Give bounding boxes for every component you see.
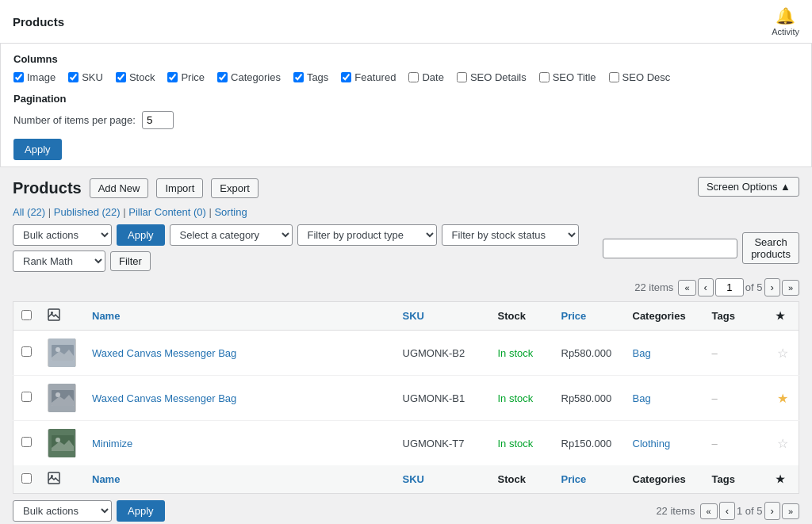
th-sku[interactable]: SKU xyxy=(395,302,490,331)
product-type-select[interactable]: Filter by product type xyxy=(297,224,437,246)
row-name-cell: Waxed Canvas Messenger Bag xyxy=(84,376,395,421)
bottom-last-page-button[interactable]: » xyxy=(782,503,799,519)
filter-button[interactable]: Filter xyxy=(110,251,151,271)
sublinks: All (22) | Published (22) | Pillar Conte… xyxy=(13,206,799,218)
row-tags-cell: – xyxy=(704,421,768,466)
row-checkbox[interactable] xyxy=(21,437,32,447)
col-featured-label: Featured xyxy=(354,71,396,83)
featured-star-empty[interactable]: ☆ xyxy=(777,437,788,450)
export-button[interactable]: Export xyxy=(211,178,259,198)
stock-status-select[interactable]: Filter by stock status xyxy=(442,224,579,246)
col-seo-desc-checkbox[interactable] xyxy=(609,72,619,82)
col-image-checkbox[interactable] xyxy=(13,72,24,82)
row-price-cell: Rp150.000 xyxy=(553,421,625,466)
bottom-bulk-actions-select[interactable]: Bulk actions xyxy=(13,500,112,522)
all-link[interactable]: All (22) xyxy=(13,206,45,218)
row-featured-cell: ☆ xyxy=(768,331,799,376)
col-sku-checkbox[interactable] xyxy=(68,72,79,82)
add-new-button[interactable]: Add New xyxy=(90,178,149,198)
col-categories-check[interactable]: Categories xyxy=(217,71,281,83)
col-seo-title-checkbox[interactable] xyxy=(539,72,550,82)
featured-star-filled[interactable]: ★ xyxy=(777,392,788,405)
col-tags-checkbox[interactable] xyxy=(293,72,304,82)
bottom-prev-page-button[interactable]: ‹ xyxy=(719,502,735,520)
th-stock: Stock xyxy=(490,302,553,331)
published-link[interactable]: Published (22) xyxy=(54,206,121,218)
row-checkbox[interactable] xyxy=(21,346,32,357)
th-price[interactable]: Price xyxy=(553,302,625,331)
product-name-link[interactable]: Minimize xyxy=(92,438,132,449)
bottom-apply-button[interactable]: Apply xyxy=(117,500,165,522)
prev-page-button[interactable]: ‹ xyxy=(698,278,714,296)
tfoot-name[interactable]: Name xyxy=(84,465,395,494)
col-seo-title-check[interactable]: SEO Title xyxy=(539,71,596,83)
apply-button[interactable]: Apply xyxy=(13,139,62,160)
stock-status: In stock xyxy=(498,438,534,449)
col-tags-check[interactable]: Tags xyxy=(293,71,328,83)
product-name-link[interactable]: Waxed Canvas Messenger Bag xyxy=(92,347,236,359)
bulk-apply-button[interactable]: Apply xyxy=(117,224,165,246)
next-page-button[interactable]: › xyxy=(764,278,780,296)
screen-options-button[interactable]: Screen Options ▲ xyxy=(698,177,799,197)
row-tags-cell: – xyxy=(704,331,768,376)
tfoot-price[interactable]: Price xyxy=(553,465,625,494)
page-title: Products xyxy=(13,179,82,197)
tfoot-stock: Stock xyxy=(490,465,553,494)
bottom-first-page-button[interactable]: « xyxy=(700,503,718,519)
last-page-button[interactable]: » xyxy=(782,280,799,296)
col-seo-desc-check[interactable]: SEO Desc xyxy=(609,71,671,83)
th-featured: ★ xyxy=(768,302,799,331)
rank-math-select[interactable]: Rank Math xyxy=(13,251,105,272)
current-page-input-top[interactable] xyxy=(715,278,744,296)
th-name[interactable]: Name xyxy=(84,302,395,331)
tfoot-featured: ★ xyxy=(768,465,799,494)
col-categories-checkbox[interactable] xyxy=(217,72,228,82)
search-input[interactable] xyxy=(603,239,737,258)
import-button[interactable]: Import xyxy=(156,178,203,198)
col-stock-check[interactable]: Stock xyxy=(116,71,155,83)
first-page-button[interactable]: « xyxy=(678,280,695,296)
category-link[interactable]: Clothing xyxy=(633,438,671,449)
row-image-cell xyxy=(40,331,84,376)
bulk-actions-select[interactable]: Bulk actions xyxy=(13,224,112,246)
select-all-checkbox[interactable] xyxy=(21,310,32,320)
row-checkbox[interactable] xyxy=(21,392,32,402)
category-link[interactable]: Bag xyxy=(633,392,651,404)
top-bar: Products 🔔 Activity xyxy=(0,0,812,44)
tags-value: – xyxy=(712,392,718,404)
col-sku-check[interactable]: SKU xyxy=(68,71,103,83)
col-stock-checkbox[interactable] xyxy=(116,72,126,82)
col-price-checkbox[interactable] xyxy=(167,72,178,82)
items-info-top: 22 items « ‹ of 5 › » xyxy=(13,278,799,296)
row-image-cell xyxy=(40,421,84,466)
row-stock-cell: In stock xyxy=(490,421,553,466)
col-featured-checkbox[interactable] xyxy=(341,72,351,82)
tfoot-sku[interactable]: SKU xyxy=(395,465,490,494)
per-page-input[interactable] xyxy=(142,111,174,129)
tags-value: – xyxy=(712,438,718,449)
bottom-next-page-button[interactable]: › xyxy=(764,502,780,520)
category-select[interactable]: Select a category xyxy=(170,224,293,246)
col-seo-details-checkbox[interactable] xyxy=(457,72,467,82)
sorting-link[interactable]: Sorting xyxy=(214,206,247,218)
col-sku-label: SKU xyxy=(82,71,103,83)
activity-button[interactable]: 🔔 Activity xyxy=(772,6,799,36)
featured-star-empty[interactable]: ☆ xyxy=(777,346,788,360)
activity-label: Activity xyxy=(772,27,799,36)
stock-status: In stock xyxy=(498,347,534,359)
col-price-check[interactable]: Price xyxy=(167,71,205,83)
category-link[interactable]: Bag xyxy=(633,347,651,359)
col-image-check[interactable]: Image xyxy=(13,71,56,83)
row-tags-cell: – xyxy=(704,376,768,421)
pillar-content-link[interactable]: Pillar Content (0) xyxy=(128,206,206,218)
tfoot-select-all-checkbox[interactable] xyxy=(21,473,32,484)
th-select-all xyxy=(13,302,40,331)
row-checkbox-cell xyxy=(13,421,40,466)
product-name-link[interactable]: Waxed Canvas Messenger Bag xyxy=(92,392,236,404)
col-date-checkbox[interactable] xyxy=(408,72,419,82)
items-count-top: 22 items xyxy=(634,281,673,293)
col-featured-check[interactable]: Featured xyxy=(341,71,396,83)
search-products-button[interactable]: Search products xyxy=(742,232,799,264)
col-date-check[interactable]: Date xyxy=(408,71,443,83)
col-seo-details-check[interactable]: SEO Details xyxy=(457,71,527,83)
